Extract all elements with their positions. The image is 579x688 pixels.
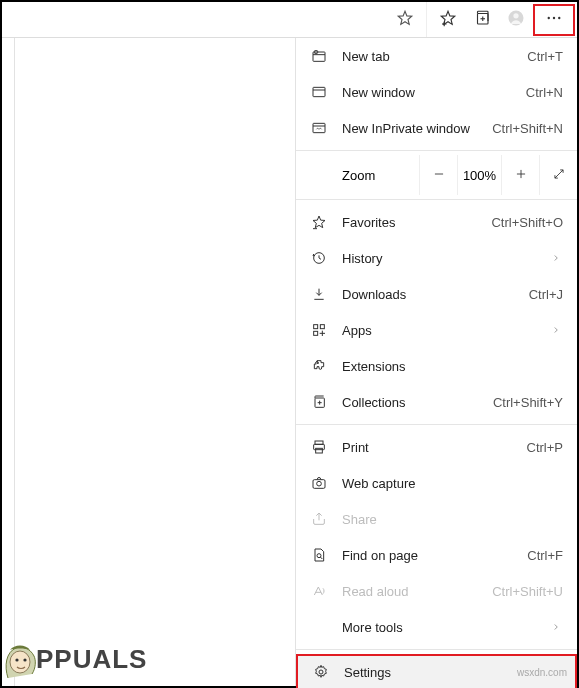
menu-label: Read aloud xyxy=(342,584,492,599)
settings-and-more-menu: New tab Ctrl+T New window Ctrl+N New InP… xyxy=(295,38,577,686)
zoom-in-button[interactable] xyxy=(501,155,539,195)
history-icon xyxy=(310,249,328,267)
menu-extensions[interactable]: Extensions xyxy=(296,348,577,384)
chevron-right-icon xyxy=(549,622,563,632)
zoom-label: Zoom xyxy=(296,168,419,183)
menu-new-window[interactable]: New window Ctrl+N xyxy=(296,74,577,110)
content-area: New tab Ctrl+T New window Ctrl+N New InP… xyxy=(2,38,577,686)
collections-icon xyxy=(310,393,328,411)
svg-rect-23 xyxy=(314,325,318,329)
menu-label: Collections xyxy=(342,395,493,410)
menu-divider xyxy=(296,649,577,650)
menu-shortcut: Ctrl+J xyxy=(529,287,563,302)
camera-icon xyxy=(310,474,328,492)
menu-read-aloud: Read aloud Ctrl+Shift+U xyxy=(296,573,577,609)
menu-web-capture[interactable]: Web capture xyxy=(296,465,577,501)
apps-icon xyxy=(310,321,328,339)
svg-point-6 xyxy=(513,13,518,18)
appuals-logo: PPUALS xyxy=(0,638,147,680)
add-favorite-button[interactable] xyxy=(388,5,422,35)
plus-icon xyxy=(514,167,528,184)
favorites-menu-button[interactable] xyxy=(431,5,465,35)
menu-history[interactable]: History xyxy=(296,240,577,276)
menu-label: Web capture xyxy=(342,476,563,491)
svg-point-43 xyxy=(15,658,18,661)
toolbar-separator xyxy=(426,2,427,37)
menu-collections[interactable]: Collections Ctrl+Shift+Y xyxy=(296,384,577,420)
svg-point-42 xyxy=(10,651,30,673)
menu-label: New InPrivate window xyxy=(342,121,492,136)
menu-shortcut: Ctrl+Shift+O xyxy=(491,215,563,230)
app-frame: New tab Ctrl+T New window Ctrl+N New InP… xyxy=(0,0,579,688)
extensions-icon xyxy=(310,357,328,375)
menu-label: Share xyxy=(342,512,563,527)
watermark-text: wsxdn.com xyxy=(517,667,567,678)
menu-label: More tools xyxy=(342,620,549,635)
menu-zoom-row: Zoom 100% xyxy=(296,155,577,195)
menu-print[interactable]: Print Ctrl+P xyxy=(296,429,577,465)
menu-new-tab[interactable]: New tab Ctrl+T xyxy=(296,38,577,74)
menu-apps[interactable]: Apps xyxy=(296,312,577,348)
profile-icon xyxy=(507,9,525,30)
svg-point-7 xyxy=(548,17,550,19)
menu-divider xyxy=(296,199,577,200)
download-icon xyxy=(310,285,328,303)
menu-label: New tab xyxy=(342,49,527,64)
svg-point-39 xyxy=(319,670,323,674)
svg-rect-33 xyxy=(316,448,323,453)
browser-toolbar xyxy=(2,2,577,38)
chevron-right-icon xyxy=(549,253,563,263)
appuals-mascot-icon xyxy=(0,638,40,680)
menu-divider xyxy=(296,424,577,425)
menu-label: Downloads xyxy=(342,287,529,302)
zoom-out-button[interactable] xyxy=(419,155,457,195)
menu-share: Share xyxy=(296,501,577,537)
svg-rect-15 xyxy=(313,123,325,132)
menu-shortcut: Ctrl+Shift+Y xyxy=(493,395,563,410)
inprivate-icon xyxy=(310,119,328,137)
zoom-value: 100% xyxy=(457,155,501,195)
profile-button[interactable] xyxy=(499,5,533,35)
collections-button[interactable] xyxy=(465,5,499,35)
svg-point-35 xyxy=(317,481,322,486)
menu-downloads[interactable]: Downloads Ctrl+J xyxy=(296,276,577,312)
fullscreen-button[interactable] xyxy=(539,155,577,195)
menu-label: Extensions xyxy=(342,359,563,374)
collections-icon xyxy=(473,9,491,30)
settings-and-more-button[interactable] xyxy=(533,4,575,36)
menu-label: New window xyxy=(342,85,526,100)
menu-shortcut: Ctrl+P xyxy=(527,440,563,455)
menu-label: Find on page xyxy=(342,548,527,563)
star-icon xyxy=(396,9,414,30)
svg-rect-13 xyxy=(313,87,325,96)
svg-point-9 xyxy=(558,17,560,19)
find-icon xyxy=(310,546,328,564)
print-icon xyxy=(310,438,328,456)
svg-rect-24 xyxy=(320,325,324,329)
menu-new-inprivate[interactable]: New InPrivate window Ctrl+Shift+N xyxy=(296,110,577,146)
fullscreen-icon xyxy=(552,167,566,184)
svg-rect-25 xyxy=(314,331,318,335)
chevron-right-icon xyxy=(549,325,563,335)
window-icon xyxy=(310,83,328,101)
gear-icon xyxy=(312,663,330,681)
favorites-icon xyxy=(310,213,328,231)
star-plus-icon xyxy=(439,9,457,30)
menu-label: History xyxy=(342,251,549,266)
read-aloud-icon xyxy=(310,582,328,600)
menu-more-tools[interactable]: More tools xyxy=(296,609,577,645)
new-tab-icon xyxy=(310,47,328,65)
share-icon xyxy=(310,510,328,528)
svg-point-44 xyxy=(23,658,26,661)
left-splitter xyxy=(14,38,15,686)
menu-find-on-page[interactable]: Find on page Ctrl+F xyxy=(296,537,577,573)
svg-point-8 xyxy=(553,17,555,19)
appuals-text: PPUALS xyxy=(36,644,147,675)
menu-divider xyxy=(296,150,577,151)
menu-shortcut: Ctrl+Shift+U xyxy=(492,584,563,599)
menu-label: Apps xyxy=(342,323,549,338)
minus-icon xyxy=(432,167,446,184)
menu-shortcut: Ctrl+F xyxy=(527,548,563,563)
menu-shortcut: Ctrl+Shift+N xyxy=(492,121,563,136)
menu-favorites[interactable]: Favorites Ctrl+Shift+O xyxy=(296,204,577,240)
